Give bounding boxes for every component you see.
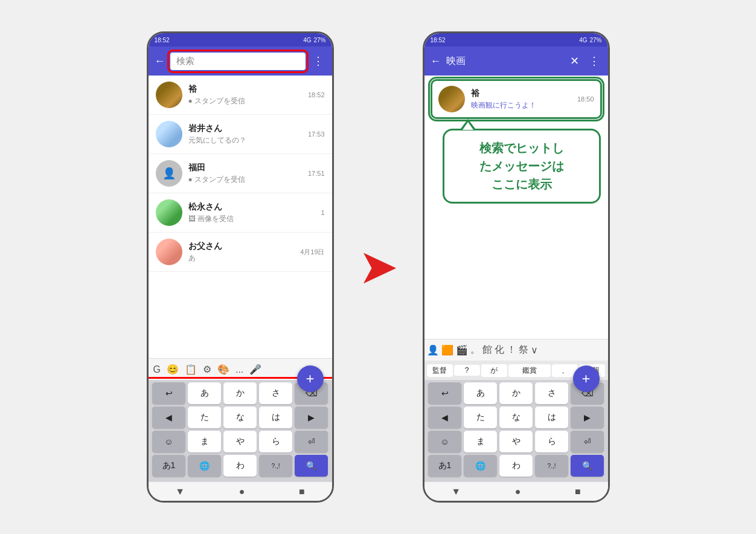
right-kb-search[interactable]: 🔍 [571, 455, 604, 477]
sug-ga[interactable]: が [481, 364, 507, 377]
kb-ha[interactable]: は [259, 407, 292, 428]
chat-item-iwai[interactable]: 岩井さん 元気にしてるの？ 17:53 [149, 115, 332, 154]
left-fab-button[interactable]: + [297, 365, 324, 392]
right-ka[interactable]: 化 [495, 344, 504, 356]
kb-ra[interactable]: ら [259, 431, 292, 452]
theme-icon[interactable]: 🎨 [217, 364, 229, 375]
right-kb-ha[interactable]: は [535, 407, 568, 428]
kb-ya[interactable]: や [223, 431, 257, 452]
right-status-bar: 18:52 4G 27% [424, 33, 608, 47]
right-battery: 27% [589, 37, 601, 43]
nav-home[interactable]: ● [239, 486, 245, 497]
right-kb-punctuation[interactable]: ?.,! [535, 455, 568, 477]
right-nav-home[interactable]: ● [515, 486, 521, 497]
nav-recent[interactable]: ■ [299, 486, 305, 497]
avatar-matsunaga [156, 199, 182, 226]
right-signal: 4G [579, 37, 587, 43]
right-kb-wa[interactable]: わ [499, 455, 533, 477]
left-status-bar: 18:52 4G 27% [149, 33, 332, 47]
right-kb-ya[interactable]: や [499, 431, 533, 452]
kb-punctuation[interactable]: ?.,! [259, 455, 292, 477]
clipboard-icon[interactable]: 📋 [185, 364, 197, 375]
kb-globe[interactable]: 🌐 [188, 455, 221, 477]
settings-icon[interactable]: ⚙ [203, 364, 211, 375]
more-icon[interactable]: ... [235, 364, 243, 375]
avatar-fukuda: 👤 [156, 160, 182, 187]
left-search-input[interactable]: 検索 [170, 53, 306, 70]
sug-kansho[interactable]: 鑑賞 [508, 364, 551, 377]
right-kb-a1[interactable]: あ1 [428, 455, 461, 477]
chat-info-yutaka: 裕 ● スタンプを受信 [188, 84, 302, 106]
right-fab-button[interactable]: + [573, 365, 600, 392]
kb-wa[interactable]: わ [223, 455, 257, 477]
right-kb-right[interactable]: ▶ [571, 407, 604, 428]
right-phone: 18:52 4G 27% ← 映画 ✕ ⋮ 裕 映画観に行こうよ！ 18:50 [423, 31, 610, 503]
chat-item-yutaka[interactable]: 裕 ● スタンプを受信 18:52 [149, 76, 332, 115]
kb-left[interactable]: ◀ [152, 407, 185, 428]
callout-tail-inner [463, 122, 473, 130]
callout-bubble: 検索でヒットしたメッセージはここに表示 [443, 129, 601, 204]
right-time: 18:52 [431, 37, 446, 43]
right-kb-globe[interactable]: 🌐 [464, 455, 497, 477]
right-kb-row-4: あ1 🌐 わ ?.,! 🔍 [427, 455, 606, 477]
right-kb-a[interactable]: あ [464, 382, 497, 404]
right-kb-row-3: ☺ ま や ら ⏎ [427, 431, 606, 452]
right-kb-sa[interactable]: さ [535, 382, 568, 404]
chat-preview-yutaka: ● スタンプを受信 [188, 96, 302, 106]
right-kan[interactable]: 館 [482, 344, 492, 356]
chat-name-yutaka: 裕 [188, 84, 302, 95]
kb-ma[interactable]: ま [188, 431, 221, 452]
right-icon-film[interactable]: 🎬 [456, 344, 468, 356]
right-period[interactable]: 。 [470, 344, 480, 356]
right-icon-orange[interactable]: 🟧 [441, 344, 453, 356]
right-back-button[interactable]: ← [431, 55, 441, 68]
right-kb-smiley[interactable]: ☺ [428, 431, 461, 452]
search-result-item[interactable]: 裕 映画観に行こうよ！ 18:50 [431, 79, 602, 119]
kb-a[interactable]: あ [188, 382, 221, 404]
right-matsuri[interactable]: 祭 [519, 344, 528, 356]
right-kb-left[interactable]: ◀ [428, 407, 461, 428]
sug-kantoku[interactable]: 監督 [427, 364, 453, 377]
right-nav-back[interactable]: ▼ [451, 486, 461, 497]
right-kb-ma[interactable]: ま [464, 431, 497, 452]
kb-a1[interactable]: あ1 [152, 455, 185, 477]
sug-question[interactable]: ? [454, 365, 480, 376]
right-kb-newline[interactable]: ⏎ [571, 431, 604, 452]
kb-enter[interactable]: ↩ [152, 382, 185, 404]
emoji-icon[interactable]: 😊 [167, 364, 179, 375]
left-nav-bar: ▼ ● ■ [149, 481, 332, 501]
result-time: 18:50 [577, 95, 594, 103]
right-exclaim[interactable]: ！ [507, 344, 516, 356]
left-back-button[interactable]: ← [155, 55, 165, 68]
left-top-bar: ← 検索 ⋮ [149, 47, 332, 76]
left-keyboard: ↩ あ か さ ⌫ ◀ た な は ▶ ☺ ま や ら ⏎ あ1 [149, 380, 332, 481]
right-kb-ka[interactable]: か [499, 382, 533, 404]
left-time: 18:52 [155, 37, 170, 43]
right-kb-na[interactable]: な [499, 407, 533, 428]
right-nav-recent[interactable]: ■ [575, 486, 581, 497]
chat-item-otosan[interactable]: お父さん あ 4月19日 [149, 233, 332, 272]
kb-ka[interactable]: か [223, 382, 257, 404]
kb-sa[interactable]: さ [259, 382, 292, 404]
left-menu-icon[interactable]: ⋮ [310, 53, 326, 69]
left-chat-list: 裕 ● スタンプを受信 18:52 岩井さん 元気にしてるの？ 17:53 👤 … [149, 76, 332, 358]
right-chevron-down[interactable]: ∨ [531, 344, 538, 356]
kb-ta[interactable]: た [188, 407, 221, 428]
right-icon-user[interactable]: 👤 [427, 344, 439, 356]
right-kb-ra[interactable]: ら [535, 431, 568, 452]
mic-icon[interactable]: 🎤 [249, 364, 261, 375]
kb-right[interactable]: ▶ [295, 407, 328, 428]
kb-na[interactable]: な [223, 407, 257, 428]
right-close-button[interactable]: ✕ [568, 53, 581, 69]
kb-smiley[interactable]: ☺ [152, 431, 185, 452]
right-kb-enter[interactable]: ↩ [428, 382, 461, 404]
chat-item-fukuda[interactable]: 👤 福田 ● スタンプを受信 17:51 [149, 154, 332, 193]
right-kb-ta[interactable]: た [464, 407, 497, 428]
google-icon[interactable]: G [153, 364, 161, 375]
nav-back[interactable]: ▼ [175, 486, 185, 497]
right-menu-icon[interactable]: ⋮ [586, 53, 602, 69]
chat-item-matsunaga[interactable]: 松永さん 🖼 画像を受信 1 [149, 193, 332, 233]
kb-search[interactable]: 🔍 [295, 455, 328, 477]
kb-newline[interactable]: ⏎ [295, 431, 328, 452]
chat-preview-fukuda: ● スタンプを受信 [188, 175, 302, 185]
